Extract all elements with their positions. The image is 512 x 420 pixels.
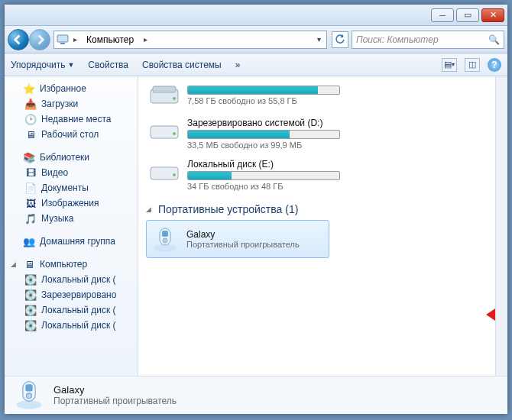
minimize-button[interactable]: ─: [431, 8, 454, 22]
portable-devices-header[interactable]: ◢ Портативные устройства (1): [146, 195, 488, 220]
usage-bar: [187, 130, 340, 139]
recent-icon: 🕑: [24, 113, 37, 125]
nav-buttons: [8, 29, 50, 50]
drive-stat: 34 ГБ свободно из 48 ГБ: [187, 182, 484, 191]
svg-rect-0: [57, 35, 68, 42]
body: ⭐ Избранное 📥Загрузки 🕑Недавние места 🖥Р…: [5, 76, 507, 376]
chevron-icon: ▸: [70, 35, 80, 44]
svg-point-4: [173, 97, 176, 100]
sidebar-item-video[interactable]: 🎞Видео: [5, 165, 138, 180]
refresh-button[interactable]: [332, 31, 348, 48]
sidebar-item-downloads[interactable]: 📥Загрузки: [5, 96, 138, 111]
device-galaxy[interactable]: Galaxy Портативный проигрыватель: [146, 220, 329, 258]
drive-icon: 💽: [24, 319, 37, 331]
homegroup-icon: 👥: [23, 235, 35, 247]
chevron-icon: ▸: [141, 35, 151, 44]
toolbar-overflow[interactable]: »: [235, 60, 241, 70]
forward-arrow-icon: [34, 34, 45, 45]
navigation-row: ▸ Компьютер ▸ ▾ Поиск: Компьютер 🔍: [5, 26, 507, 53]
svg-point-13: [17, 400, 42, 409]
svg-rect-1: [60, 43, 65, 44]
sidebar-item-drive[interactable]: 💽Зарезервировано: [5, 287, 138, 302]
status-name: Galaxy: [53, 384, 177, 396]
vertical-scrollbar[interactable]: [495, 76, 507, 376]
search-input[interactable]: Поиск: Компьютер 🔍: [352, 31, 504, 49]
properties-button[interactable]: Свойства: [88, 60, 128, 70]
svg-point-12: [163, 238, 167, 243]
computer-icon: [57, 34, 69, 46]
drive-row[interactable]: Локальный диск (E:) 34 ГБ свободно из 48…: [146, 154, 488, 195]
svg-rect-7: [151, 167, 178, 179]
drive-icon: 💽: [24, 304, 37, 316]
computer-icon: 🖥: [23, 258, 35, 270]
explorer-window: ─ ▭ ✕ ▸ Компьютер ▸ ▾ Поиск: Компьютер: [4, 4, 508, 415]
toolbar: Упорядочить ▼ Свойства Свойства системы …: [5, 53, 507, 76]
libraries-icon: 📚: [23, 151, 35, 163]
sidebar: ⭐ Избранное 📥Загрузки 🕑Недавние места 🖥Р…: [5, 76, 138, 376]
sidebar-item-drive[interactable]: 💽Локальный диск (: [5, 302, 138, 318]
drive-row[interactable]: Зарезервировано системой (D:) 33,5 МБ св…: [146, 113, 488, 154]
sidebar-item-recent[interactable]: 🕑Недавние места: [5, 111, 138, 127]
sidebar-item-pictures[interactable]: 🖼Изображения: [5, 195, 138, 211]
collapse-icon: ◢: [11, 260, 18, 268]
video-icon: 🎞: [24, 166, 37, 179]
portable-player-icon: [151, 225, 179, 253]
sidebar-item-desktop[interactable]: 🖥Рабочий стол: [5, 127, 138, 142]
drive-icon: [149, 84, 180, 108]
desktop-icon: 🖥: [24, 128, 37, 141]
preview-pane-button[interactable]: ◫: [465, 58, 480, 72]
svg-point-8: [173, 173, 176, 176]
drive-name: Локальный диск (E:): [187, 159, 484, 170]
svg-rect-11: [162, 231, 168, 237]
sidebar-item-music[interactable]: 🎵Музыка: [5, 211, 138, 226]
main-content: 7,58 ГБ свободно из 55,8 ГБ Зарезервиров…: [138, 76, 495, 376]
view-options-button[interactable]: ▤▾: [442, 58, 457, 72]
device-name: Galaxy: [186, 229, 300, 240]
chevron-down-icon: ▼: [67, 61, 74, 69]
maximize-button[interactable]: ▭: [456, 8, 479, 22]
drive-row[interactable]: 7,58 ГБ свободно из 55,8 ГБ: [146, 79, 488, 113]
status-bar: Galaxy Портативный проигрыватель: [5, 376, 507, 414]
sidebar-homegroup-header[interactable]: 👥 Домашняя группа: [5, 234, 138, 249]
drive-stat: 33,5 МБ свободно из 99,9 МБ: [187, 141, 484, 150]
drive-icon: [149, 159, 180, 183]
close-button[interactable]: ✕: [481, 8, 504, 22]
sidebar-libraries-header[interactable]: 📚 Библиотеки: [5, 150, 138, 165]
callout-arrow: [486, 304, 495, 328]
star-icon: ⭐: [23, 82, 35, 95]
svg-rect-5: [151, 126, 178, 138]
organize-menu[interactable]: Упорядочить ▼: [11, 60, 74, 70]
breadcrumb[interactable]: ▸ Компьютер ▸ ▾: [53, 31, 327, 49]
back-button[interactable]: [8, 29, 29, 50]
drive-icon: 💽: [24, 273, 37, 286]
sidebar-item-drive[interactable]: 💽Локальный диск (: [5, 272, 138, 287]
sidebar-item-drive[interactable]: 💽Локальный диск (: [5, 318, 138, 333]
usage-bar: [187, 86, 340, 95]
drive-stat: 7,58 ГБ свободно из 55,8 ГБ: [187, 96, 484, 105]
help-button[interactable]: ?: [488, 58, 501, 72]
downloads-icon: 📥: [24, 98, 37, 110]
svg-point-16: [27, 393, 32, 399]
back-arrow-icon: [13, 34, 24, 45]
search-icon: 🔍: [488, 34, 500, 45]
svg-rect-15: [25, 384, 32, 391]
sidebar-favorites-header[interactable]: ⭐ Избранное: [5, 81, 138, 96]
sidebar-computer-header[interactable]: ◢ 🖥 Компьютер: [5, 257, 138, 272]
search-placeholder: Поиск: Компьютер: [356, 34, 439, 45]
collapse-icon: ◢: [146, 205, 154, 213]
drive-name: Зарезервировано системой (D:): [187, 118, 484, 128]
svg-rect-3: [153, 86, 176, 92]
usage-bar: [187, 171, 340, 180]
dropdown-chevron-icon[interactable]: ▾: [314, 35, 324, 44]
device-subtitle: Портативный проигрыватель: [186, 240, 300, 249]
crumb-computer[interactable]: Компьютер: [82, 31, 139, 48]
drive-icon: [149, 118, 180, 142]
system-properties-button[interactable]: Свойства системы: [142, 60, 222, 70]
pane-icon: ◫: [468, 60, 476, 69]
forward-button[interactable]: [29, 29, 50, 50]
sidebar-item-documents[interactable]: 📄Документы: [5, 180, 138, 195]
arrow-left-icon: [486, 304, 495, 325]
help-icon: ?: [491, 60, 497, 70]
svg-point-6: [173, 132, 176, 135]
documents-icon: 📄: [24, 182, 37, 194]
